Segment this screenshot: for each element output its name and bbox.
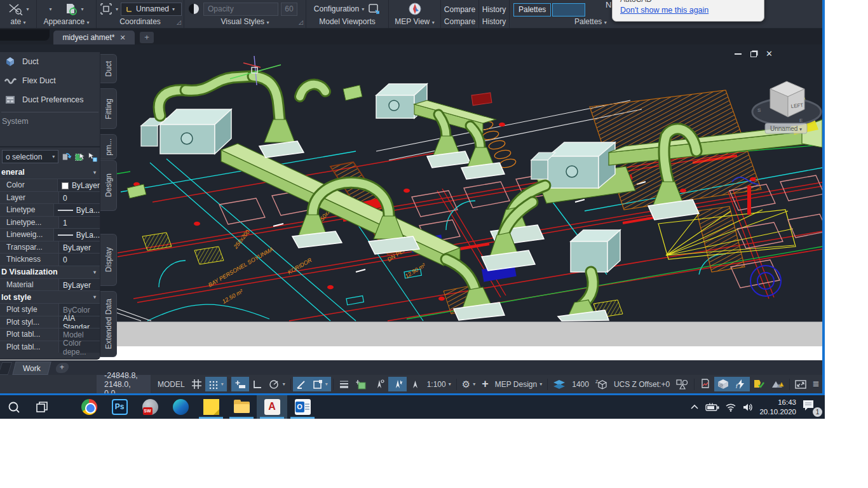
object-snap-button[interactable]: ▾ [309, 377, 331, 391]
taskbar-sticky-notes[interactable] [196, 395, 226, 419]
customization-menu-button[interactable]: ≡ [810, 377, 822, 391]
taskbar-search-button[interactable] [0, 395, 28, 419]
workspace-switching-button[interactable]: ⚙▾ [459, 377, 478, 391]
visual-styles-group-label[interactable]: Visual Styles ▾ [184, 17, 306, 26]
compare-group-label[interactable]: Compare [441, 17, 478, 26]
restore-icon[interactable] [750, 51, 757, 57]
annotation-scale-icon-button[interactable] [407, 377, 424, 391]
viewcube[interactable]: LEFT S E [752, 81, 821, 125]
viewport-join-icon[interactable] [367, 3, 381, 15]
ortho-mode-button[interactable] [249, 377, 266, 391]
document-tab[interactable]: midyeci ahmet* ✕ [53, 30, 135, 44]
chevron-down-icon[interactable]: ▾ [26, 6, 29, 12]
battery-icon[interactable] [705, 403, 719, 412]
grid-display-button[interactable] [188, 377, 205, 391]
viewcube-ucs-label[interactable]: Unnamed ▾ [765, 123, 807, 133]
layout-tab-work[interactable]: Work [12, 362, 51, 375]
tab-design[interactable]: Design [100, 160, 117, 211]
tool-duct[interactable]: Duct [0, 52, 100, 71]
isometric-drafting-button[interactable] [293, 377, 309, 391]
workspace-dropdown[interactable]: MEP Design▾ [492, 377, 546, 391]
ucs-named-dropdown[interactable]: Unnamed ▾ [121, 3, 182, 16]
pickadd-toggle-icon[interactable] [61, 151, 72, 163]
opacity-value[interactable]: 60 [281, 3, 297, 16]
annotation-autoscale-button[interactable] [388, 377, 407, 391]
ucs-icon[interactable] [99, 3, 113, 15]
navigate-group-label[interactable]: ate ▾ [0, 17, 36, 26]
taskbar-chrome[interactable] [74, 395, 104, 419]
command-history[interactable] [0, 322, 822, 346]
pan-zoom-icon[interactable] [7, 3, 24, 15]
graphics-performance-button[interactable]: f [732, 377, 750, 391]
action-center-button[interactable]: 1 [802, 399, 821, 416]
prop-row-layer[interactable]: Layer0 [0, 191, 100, 204]
history-button[interactable]: History [482, 3, 506, 17]
tab-display[interactable]: Display [100, 234, 117, 286]
dont-show-again-link[interactable]: Don't show me this again [620, 6, 709, 15]
elevation-value[interactable]: 1400 [569, 377, 592, 391]
viewport-configuration-button[interactable]: Configuration [314, 4, 359, 13]
model-viewports-group-label[interactable]: Model Viewports [306, 17, 388, 26]
ucs-z-icon-button[interactable]: Z [592, 377, 611, 391]
minimize-icon[interactable] [735, 53, 742, 55]
polar-tracking-button[interactable]: ▾ [266, 377, 288, 391]
appearance-group-label[interactable]: Appearance ▾ [37, 17, 96, 26]
transparency-button[interactable] [353, 377, 370, 391]
taskbar-autocad[interactable]: A [257, 395, 287, 419]
model-space-button[interactable]: MODEL [154, 377, 188, 391]
taskbar-photoshop[interactable]: Ps [104, 395, 135, 419]
mep-view-icon[interactable] [407, 2, 423, 16]
prop-row-material[interactable]: MaterialByLayer [0, 278, 100, 291]
drawing-canvas[interactable]: BAY PERSONEL SOYUNMA 12.50 m² DN PERS. S… [0, 44, 822, 322]
ucs-z-offset-display[interactable]: UCS Z Offset:+0 [611, 377, 673, 391]
prop-row-plot-style-table[interactable]: Plot styl...AIA Standar... [0, 316, 100, 329]
prop-row-linetype-scale[interactable]: Linetype...1 [0, 216, 100, 229]
hardware-acceleration-button[interactable] [714, 377, 732, 391]
refresh-appearance-icon[interactable] [64, 3, 79, 15]
coordinates-group-label[interactable]: Coordinates [97, 17, 184, 26]
tool-flex-duct[interactable]: Flex Duct [0, 71, 100, 90]
taskbar-clock[interactable]: 16:43 20.10.2020 [759, 398, 796, 416]
selection-dropdown[interactable]: o selection▾ [2, 150, 58, 163]
tab-fitting[interactable]: Fitting [100, 88, 117, 129]
dialog-launcher-icon[interactable]: ◿ [177, 19, 181, 25]
quick-select-icon[interactable] [87, 151, 98, 163]
prop-row-transparency[interactable]: Transpar...ByLayer [0, 241, 100, 254]
history-group-label[interactable]: History [479, 17, 509, 26]
taskbar-outlook[interactable]: O [287, 395, 318, 419]
annotation-visibility-button[interactable] [370, 377, 388, 391]
taskbar-solidworks[interactable]: SW [135, 395, 165, 419]
crosshair-toggle-button[interactable]: + [478, 377, 492, 391]
chevron-down-icon[interactable]: ▾ [49, 6, 51, 12]
tool-palette-section-system[interactable]: System [0, 114, 100, 126]
hidden-icons-chevron[interactable] [689, 403, 700, 412]
opacity-icon[interactable] [187, 3, 201, 15]
close-icon[interactable]: ✕ [766, 51, 773, 57]
cad-drawing[interactable]: BAY PERSONEL SOYUNMA 12.50 m² DN PERS. S… [0, 44, 822, 322]
new-tab-button[interactable]: + [140, 32, 154, 43]
isolate-objects-button[interactable] [768, 377, 787, 391]
chevron-down-icon[interactable]: ▾ [116, 6, 118, 12]
geometric-objects-button[interactable] [673, 377, 692, 391]
prop-row-thickness[interactable]: Thickness0 [0, 253, 100, 266]
clean-screen-button[interactable] [792, 377, 810, 391]
section-3d-visualization[interactable]: D Visualization▾ [0, 266, 100, 278]
tool-duct-preferences[interactable]: Duct Preferences [0, 90, 100, 109]
tab-equipment[interactable]: pm... [100, 134, 117, 159]
palettes-extra-button[interactable] [552, 3, 585, 17]
lineweight-button[interactable] [336, 377, 353, 391]
dynamic-input-button[interactable] [231, 377, 249, 391]
chevron-down-icon[interactable]: ▾ [81, 6, 84, 12]
command-input[interactable] [0, 346, 822, 360]
snap-mode-button[interactable]: ▾ [205, 377, 227, 391]
prop-row-lineweight[interactable]: Lineweig...ByLa... [0, 228, 100, 241]
section-plot-style[interactable]: lot style▾ [0, 290, 100, 303]
palettes-button[interactable]: Palettes [513, 3, 551, 17]
select-objects-icon[interactable] [74, 151, 85, 163]
elevation-layer-button[interactable] [550, 377, 569, 391]
close-icon[interactable]: ✕ [119, 34, 125, 42]
volume-icon[interactable] [742, 403, 754, 412]
trusted-autoloaded-button[interactable] [750, 377, 768, 391]
taskbar-taskview-button[interactable] [28, 395, 56, 419]
tab-extended-data[interactable]: Extended Data [100, 291, 117, 357]
